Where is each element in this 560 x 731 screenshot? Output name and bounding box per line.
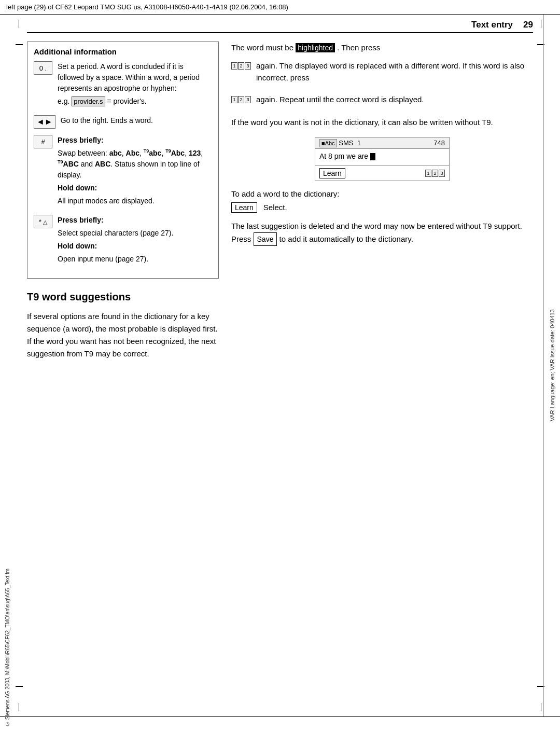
step-2-icon: 1 2 3 [231, 94, 251, 103]
header-text: left page (29) of CF62 Leopard TMO SUG u… [6, 3, 288, 11]
nav-arrow-icon: ◄► [36, 117, 53, 127]
left-column: Additional information 0 . Set a period.… [27, 42, 219, 360]
highlighted-word: highlighted [296, 43, 335, 52]
select-label: Select. [263, 203, 287, 212]
info-text-hash: Press briefly: Swap between: abc, Abc, T… [58, 135, 212, 209]
key-star: * △ [34, 215, 52, 228]
key-nav: ◄► [34, 115, 55, 129]
info-text-0: Set a period. A word is concluded if it … [58, 61, 212, 109]
phone-header-left: ■Abc SMS 1 [319, 139, 361, 147]
provider-example: provider.s [72, 96, 105, 106]
phone-body-text: At 8 pm we are [319, 152, 368, 160]
info-row-star: * △ Press briefly: Select special charac… [34, 215, 212, 267]
key-0: 0 . [34, 61, 52, 75]
add-word-title: To add a word to the dictionary: [231, 189, 533, 198]
key-hash: # [34, 135, 52, 148]
intro-text: The word must be [231, 43, 293, 52]
step-2-row: 1 2 3 again. Repeat until the correct wo… [231, 94, 533, 108]
left-sidebar-text: © Siemens AG 2003, M:\Mobil\R65\CF62_TMO… [5, 569, 10, 727]
phone-display-header: ■Abc SMS 1 748 [315, 137, 449, 149]
t9-key-icon-2: 1 2 3 [231, 96, 251, 103]
right-sidebar: VAR Language: en; VAR issue date: 040413 [543, 15, 560, 716]
last-suggestion-part2: to add it automatically to the dictionar… [279, 235, 413, 243]
phone-header-right: 748 [433, 139, 445, 147]
step-1-icon: 1 2 3 [231, 60, 251, 70]
phone-t9-icon: 1 2 3 [425, 170, 445, 177]
info-box-title: Additional information [34, 47, 212, 56]
page-title: Text entry [471, 20, 513, 30]
bottom-bar [0, 716, 560, 731]
info-row-0: 0 . Set a period. A word is concluded if… [34, 61, 212, 109]
main-content: Text entry 29 Additional information 0 .… [17, 15, 543, 716]
info-text-star: Press briefly: Select special characters… [58, 215, 173, 267]
learn-button[interactable]: Learn [231, 202, 257, 213]
info-box: Additional information 0 . Set a period.… [27, 42, 219, 279]
page-header: Text entry 29 [27, 20, 533, 33]
t9-heading: T9 word suggestions [27, 291, 219, 303]
intro-text2: . Then press [337, 43, 380, 52]
right-column: The word must be highlighted . Then pres… [231, 42, 533, 360]
t9-body: If several options are found in the dict… [27, 310, 219, 360]
top-header: left page (29) of CF62 Leopard TMO SUG u… [0, 0, 560, 15]
page-number: 29 [523, 20, 533, 30]
t9-section: T9 word suggestions If several options a… [27, 291, 219, 360]
phone-learn-button[interactable]: Learn [319, 168, 345, 178]
intro-paragraph: The word must be highlighted . Then pres… [231, 42, 533, 54]
two-column-layout: Additional information 0 . Set a period.… [27, 42, 533, 360]
right-sidebar-text: VAR Language: en; VAR issue date: 040413 [549, 309, 555, 421]
cursor-block [370, 153, 375, 160]
left-sidebar: © Siemens AG 2003, M:\Mobil\R65\CF62_TMO… [0, 596, 15, 700]
info-text-nav: Go to the right. Ends a word. [61, 115, 153, 128]
no-dictionary-text: If the word you want is not in the dicti… [231, 116, 533, 129]
phone-display: ■Abc SMS 1 748 At 8 pm we are Learn 1 2 … [315, 137, 450, 181]
last-suggestion-text: The last suggestion is deleted and the w… [231, 220, 533, 246]
save-button[interactable]: Save [254, 232, 277, 246]
t9-key-icon-1: 1 2 3 [231, 62, 251, 70]
step-2-text: again. Repeat until the correct word is … [256, 94, 424, 108]
phone-display-footer: Learn 1 2 3 [315, 165, 449, 181]
info-row-nav: ◄► Go to the right. Ends a word. [34, 115, 212, 129]
info-row-hash: # Press briefly: Swap between: abc, Abc,… [34, 135, 212, 209]
learn-select-row: Learn Select. [231, 202, 533, 213]
phone-display-body: At 8 pm we are [315, 149, 449, 165]
step-1-row: 1 2 3 again. The displayed word is repla… [231, 60, 533, 86]
step-1-text: again. The displayed word is replaced wi… [256, 60, 533, 86]
